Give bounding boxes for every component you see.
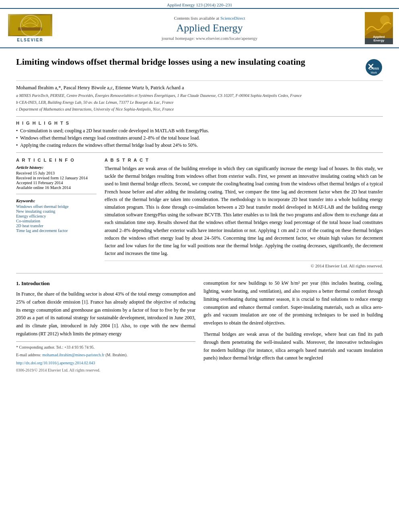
sciencedirect-link[interactable]: ScienceDirect [220, 16, 245, 21]
highlights-header: H I G H L I G H T S [16, 121, 383, 125]
affiliation-a: a MINES ParisTech, PERSEE, Centre Procéd… [16, 92, 383, 99]
keyword-6: Time lag and decrement factor [16, 228, 97, 233]
doi-line: http://dx.doi.org/10.1016/j.apenergy.201… [16, 360, 195, 366]
keyword-4: Co-simulation [16, 219, 97, 223]
main-content: Limiting windows offset thermal bridge l… [0, 48, 399, 374]
cover-label: AppliedEnergy [373, 35, 385, 43]
body-para-2: consumption for new buildings to 50 kW h… [204, 279, 383, 327]
body-col-left: 1. Introduction In France, the share of … [16, 279, 195, 374]
corresponding-author: * Corresponding author. Tel.: +33 4 93 9… [16, 344, 195, 351]
affiliations: a MINES ParisTech, PERSEE, Centre Procéd… [16, 92, 383, 112]
keyword-2: New insulating coating [16, 209, 97, 214]
body-col-right: consumption for new buildings to 50 kW h… [204, 279, 383, 374]
svg-text:Mark: Mark [371, 71, 377, 74]
highlight-2: Windows offset thermal bridges energy lo… [16, 135, 383, 141]
section1-heading: 1. Introduction [16, 279, 195, 288]
cover-image: AppliedEnergy [365, 12, 393, 44]
body-para-3: Thermal bridges are weak areas of the bu… [204, 331, 383, 362]
journal-title: Applied Energy [60, 22, 359, 34]
sciencedirect-line: Contents lists available at ScienceDirec… [60, 16, 359, 21]
abstract-header: A B S T R A C T [105, 158, 383, 162]
affiliation-c: c Department of Mathematics and Interact… [16, 106, 383, 112]
article-history: Article history: Received 15 July 2013 R… [16, 165, 97, 190]
article-title-section: Limiting windows offset thermal bridge l… [16, 48, 383, 81]
journal-citation-text: Applied Energy 123 (2014) 220–231 [167, 2, 232, 7]
crossmark-badge: Cross Mark [365, 58, 383, 76]
publisher-logo-area: ELSEVIER [4, 14, 56, 42]
footnotes: * Corresponding author. Tel.: +33 4 93 9… [16, 341, 195, 374]
body-two-col: 1. Introduction In France, the share of … [16, 279, 383, 374]
abstract-column: A B S T R A C T Thermal bridges are weak… [105, 158, 383, 268]
highlight-3: Applying the coating reduces the windows… [16, 142, 383, 148]
article-info-header: A R T I C L E I N F O [16, 158, 97, 162]
affiliation-b: b CEA-INES, LEB, Building Energy Lab, 50… [16, 99, 383, 105]
elsevier-graphic [10, 15, 50, 35]
history-online: Available online 16 March 2014 [16, 185, 97, 190]
body-para-1: In France, the share of the building sec… [16, 290, 195, 338]
elsevier-logo-box [8, 14, 52, 36]
email-line: E-mail address: mohamad.ibrahim@mines-pa… [16, 352, 195, 358]
publisher-name: ELSEVIER [17, 38, 43, 42]
journal-citation: Applied Energy 123 (2014) 220–231 [0, 0, 399, 8]
journal-header-center: Contents lists available at ScienceDirec… [60, 16, 359, 41]
authors-line: Mohamad Ibrahim a,*, Pascal Henry Biwole… [16, 85, 383, 91]
copyright-line: © 2014 Elsevier Ltd. All rights reserved… [105, 261, 383, 268]
journal-header: ELSEVIER Contents lists available at Sci… [0, 8, 399, 48]
issn-line: 0306-2619/© 2014 Elsevier Ltd. All right… [16, 367, 195, 374]
abstract-text: Thermal bridges are weak areas of the bu… [105, 165, 383, 257]
crossmark-icon: Cross Mark [365, 58, 383, 76]
svg-rect-0 [10, 15, 50, 35]
keywords-section: Keywords: Windows offset thermal bridge … [16, 198, 97, 233]
email-link[interactable]: mohamad.ibrahim@mines-paristech.fr [42, 353, 105, 357]
article-info-column: A R T I C L E I N F O Article history: R… [16, 158, 97, 268]
journal-cover-thumb: AppliedEnergy [363, 12, 395, 44]
article-title: Limiting windows offset thermal bridge l… [16, 56, 361, 68]
svg-point-1 [22, 18, 38, 27]
info-divider [16, 194, 97, 194]
history-revised: Received in revised form 12 January 2014 [16, 176, 97, 180]
history-received: Received 15 July 2013 [16, 171, 97, 175]
divider-1 [16, 116, 383, 117]
highlight-1: Co-simulation is used; coupling a 2D hea… [16, 128, 383, 134]
svg-rect-2 [18, 27, 42, 31]
history-label: Article history: [16, 165, 97, 170]
article-title-container: Limiting windows offset thermal bridge l… [16, 56, 361, 68]
keyword-3: Energy efficiency [16, 214, 97, 218]
keywords-label: Keywords: [16, 198, 97, 203]
keyword-1: Windows offset thermal bridge [16, 204, 97, 209]
keyword-5: 2D heat transfer [16, 224, 97, 228]
journal-homepage: journal homepage: www.elsevier.com/locat… [60, 36, 359, 41]
highlights-section: H I G H L I G H T S Co-simulation is use… [16, 121, 383, 148]
divider-2 [16, 152, 383, 153]
body-section: 1. Introduction In France, the share of … [16, 279, 383, 374]
history-accepted: Accepted 11 February 2014 [16, 181, 97, 185]
info-abstract-section: A R T I C L E I N F O Article history: R… [16, 158, 383, 268]
divider-3 [16, 273, 383, 273]
doi-link[interactable]: http://dx.doi.org/10.1016/j.apenergy.201… [16, 361, 95, 365]
authors-text: Mohamad Ibrahim a,*, Pascal Henry Biwole… [16, 85, 184, 90]
